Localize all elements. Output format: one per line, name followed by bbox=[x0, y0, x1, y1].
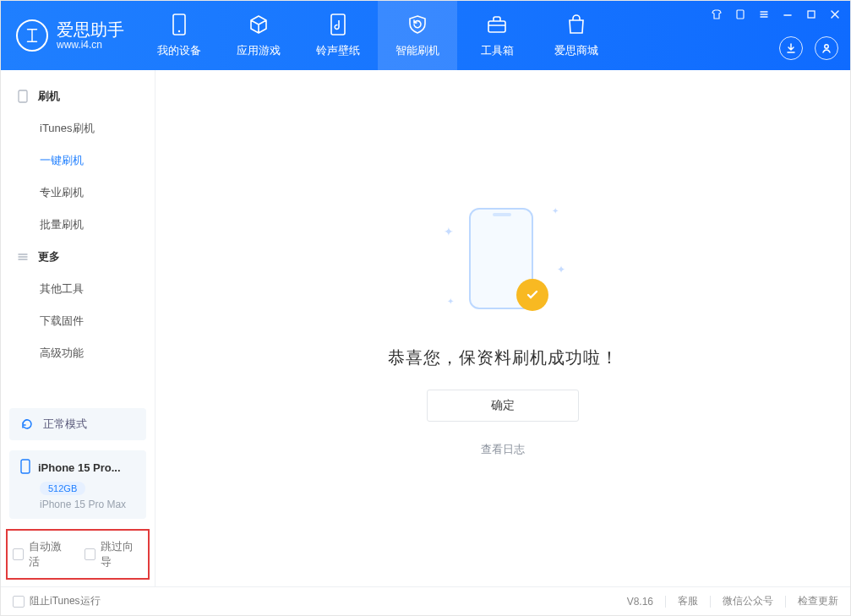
checkbox-label: 自动激活 bbox=[29, 539, 71, 570]
minimize-icon[interactable] bbox=[781, 8, 794, 21]
svg-point-1 bbox=[178, 30, 180, 32]
refresh-shield-icon bbox=[406, 13, 429, 36]
more-lines-icon bbox=[16, 250, 30, 264]
sidebar-group-more: 更多 bbox=[1, 241, 155, 273]
svg-rect-2 bbox=[331, 14, 345, 35]
window-controls bbox=[710, 8, 842, 21]
sidebar-item-oneclick-flash[interactable]: 一键刷机 bbox=[1, 144, 155, 177]
device-capacity-badge: 512GB bbox=[40, 482, 85, 495]
account-button[interactable] bbox=[815, 36, 838, 60]
svg-rect-5 bbox=[737, 10, 744, 19]
success-message: 恭喜您，保资料刷机成功啦！ bbox=[388, 346, 619, 369]
svg-rect-7 bbox=[19, 90, 27, 102]
tab-apps[interactable]: 应用游戏 bbox=[219, 1, 298, 70]
device-mode-label: 正常模式 bbox=[43, 417, 87, 432]
tab-label: 我的设备 bbox=[157, 43, 201, 58]
header-actions bbox=[779, 36, 838, 60]
sidebar-item-advanced[interactable]: 高级功能 bbox=[1, 337, 155, 369]
sidebar-item-batch-flash[interactable]: 批量刷机 bbox=[1, 209, 155, 241]
device-name: iPhone 15 Pro... bbox=[38, 461, 121, 474]
tab-label: 铃声壁纸 bbox=[316, 43, 360, 58]
sparkle-icon: ✦ bbox=[447, 297, 454, 306]
shopping-bag-icon bbox=[565, 13, 588, 36]
check-update-link[interactable]: 检查更新 bbox=[798, 594, 838, 608]
version-label: V8.16 bbox=[627, 596, 653, 608]
sparkle-icon: ✦ bbox=[552, 206, 559, 215]
svg-rect-8 bbox=[21, 460, 30, 473]
app-brand: 爱思助手 www.i4.cn bbox=[1, 1, 139, 70]
support-link[interactable]: 客服 bbox=[678, 594, 698, 608]
tab-toolbox[interactable]: 工具箱 bbox=[457, 1, 537, 70]
ok-button[interactable]: 确定 bbox=[427, 390, 579, 422]
music-file-icon bbox=[326, 13, 350, 36]
checkbox-icon bbox=[13, 548, 24, 560]
checkbox-auto-activate[interactable]: 自动激活 bbox=[13, 539, 71, 570]
options-highlight-box: 自动激活 跳过向导 bbox=[6, 529, 150, 580]
device-mode-card[interactable]: 正常模式 bbox=[9, 408, 146, 440]
device-small-icon bbox=[19, 459, 31, 477]
tab-my-device[interactable]: 我的设备 bbox=[139, 1, 219, 70]
sidebar-item-pro-flash[interactable]: 专业刷机 bbox=[1, 177, 155, 209]
status-bar: 阻止iTunes运行 V8.16 客服 微信公众号 检查更新 bbox=[1, 586, 850, 615]
top-tabs: 我的设备 应用游戏 铃声壁纸 智能刷机 bbox=[139, 1, 616, 70]
checkbox-block-itunes[interactable]: 阻止iTunes运行 bbox=[13, 594, 101, 608]
tab-store[interactable]: 爱思商城 bbox=[537, 1, 616, 70]
feedback-icon[interactable] bbox=[734, 8, 747, 21]
tab-label: 爱思商城 bbox=[554, 43, 598, 58]
device-card[interactable]: iPhone 15 Pro... 512GB iPhone 15 Pro Max bbox=[9, 450, 146, 519]
checkbox-label: 阻止iTunes运行 bbox=[30, 594, 101, 608]
svg-rect-3 bbox=[488, 21, 505, 32]
menu-icon[interactable] bbox=[757, 8, 771, 21]
sidebar-item-other-tools[interactable]: 其他工具 bbox=[1, 273, 155, 305]
success-illustration: ✦ ✦ ✦ ✦ bbox=[427, 199, 579, 326]
cube-icon bbox=[247, 13, 270, 36]
close-icon[interactable] bbox=[828, 8, 842, 21]
checkbox-skip-wizard[interactable]: 跳过向导 bbox=[85, 539, 143, 570]
sparkle-icon: ✦ bbox=[557, 264, 565, 275]
tab-label: 智能刷机 bbox=[395, 43, 439, 58]
svg-point-4 bbox=[825, 45, 828, 48]
tab-label: 工具箱 bbox=[481, 43, 514, 58]
sidebar-group-label: 更多 bbox=[38, 249, 60, 264]
sidebar: 刷机 iTunes刷机 一键刷机 专业刷机 批量刷机 更多 其他工具 下载固件 … bbox=[1, 70, 155, 586]
brand-subtitle: www.i4.cn bbox=[57, 39, 124, 51]
maximize-icon[interactable] bbox=[805, 8, 818, 21]
body: 刷机 iTunes刷机 一键刷机 专业刷机 批量刷机 更多 其他工具 下载固件 … bbox=[1, 70, 850, 586]
device-full-name: iPhone 15 Pro Max bbox=[40, 499, 136, 510]
toolbox-icon bbox=[485, 13, 509, 36]
main-panel: ✦ ✦ ✦ ✦ 恭喜您，保资料刷机成功啦！ 确定 查看日志 bbox=[155, 70, 850, 586]
checkbox-label: 跳过向导 bbox=[101, 539, 143, 570]
tab-flash[interactable]: 智能刷机 bbox=[378, 1, 457, 70]
tab-ringtones[interactable]: 铃声壁纸 bbox=[298, 1, 378, 70]
refresh-icon bbox=[19, 417, 35, 432]
sidebar-group-label: 刷机 bbox=[38, 89, 60, 104]
sparkle-icon: ✦ bbox=[444, 225, 454, 238]
skin-icon[interactable] bbox=[710, 8, 723, 21]
sidebar-item-itunes-flash[interactable]: iTunes刷机 bbox=[1, 112, 155, 144]
success-check-icon bbox=[516, 279, 548, 311]
header: 爱思助手 www.i4.cn 我的设备 应用游戏 铃声壁 bbox=[1, 1, 850, 70]
checkbox-icon bbox=[85, 548, 95, 560]
device-small-icon bbox=[16, 90, 30, 103]
app-window: 爱思助手 www.i4.cn 我的设备 应用游戏 铃声壁 bbox=[0, 0, 851, 616]
sidebar-group-flash: 刷机 bbox=[1, 80, 155, 112]
svg-rect-6 bbox=[808, 11, 815, 18]
brand-logo-icon bbox=[16, 19, 48, 52]
view-log-link[interactable]: 查看日志 bbox=[481, 442, 525, 457]
wechat-link[interactable]: 微信公众号 bbox=[723, 594, 773, 608]
phone-icon bbox=[167, 13, 191, 36]
tab-label: 应用游戏 bbox=[237, 43, 281, 58]
download-button[interactable] bbox=[779, 36, 803, 60]
sidebar-item-download-firmware[interactable]: 下载固件 bbox=[1, 305, 155, 337]
checkbox-icon bbox=[13, 596, 25, 608]
brand-title: 爱思助手 bbox=[57, 20, 124, 39]
